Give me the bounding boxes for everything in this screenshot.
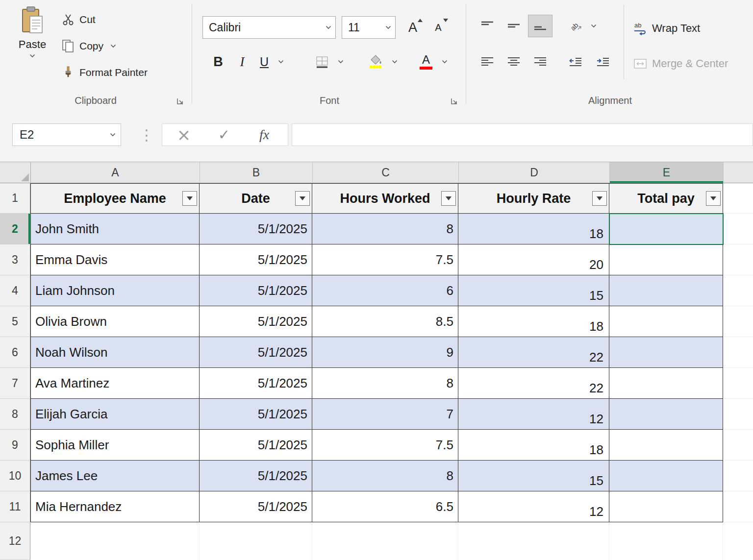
- row-header-4[interactable]: 4: [0, 275, 30, 306]
- cell-c3[interactable]: 7.5: [312, 244, 458, 275]
- align-center-button[interactable]: [502, 50, 526, 73]
- fill-color-dropdown[interactable]: [389, 50, 401, 73]
- decrease-indent-button[interactable]: [563, 50, 588, 73]
- cell-a2[interactable]: John Smith: [30, 214, 200, 244]
- cell-e4[interactable]: [609, 275, 723, 306]
- cell-d3[interactable]: 20: [458, 244, 609, 275]
- cell-e5[interactable]: [609, 306, 723, 337]
- row-header-6[interactable]: 6: [0, 337, 30, 368]
- row-header-10[interactable]: 10: [0, 461, 30, 491]
- font-color-button[interactable]: A: [415, 50, 437, 73]
- cell-b2[interactable]: 5/1/2025: [200, 214, 312, 244]
- cell-b3[interactable]: 5/1/2025: [200, 244, 312, 275]
- empty-cell[interactable]: [312, 522, 458, 560]
- align-right-button[interactable]: [528, 50, 552, 73]
- cell-b11[interactable]: 5/1/2025: [200, 491, 312, 522]
- enter-icon[interactable]: ✓: [214, 124, 234, 146]
- increase-indent-button[interactable]: [591, 50, 615, 73]
- wrap-text-button[interactable]: ab Wrap Text: [633, 19, 700, 38]
- cell-e9[interactable]: [609, 430, 723, 461]
- format-painter-button[interactable]: Format Painter: [62, 63, 148, 82]
- cell-b6[interactable]: 5/1/2025: [200, 337, 312, 368]
- paste-button[interactable]: Paste: [11, 6, 54, 87]
- font-color-dropdown[interactable]: [439, 50, 451, 73]
- row-header-12[interactable]: 12: [0, 522, 30, 560]
- align-left-button[interactable]: [475, 50, 500, 73]
- column-header-c[interactable]: C: [313, 162, 459, 183]
- cell-d9[interactable]: 18: [458, 430, 609, 461]
- cell-e2-selected[interactable]: [609, 214, 723, 244]
- cell-e3[interactable]: [609, 244, 723, 275]
- header-cell-hourly-rate[interactable]: Hourly Rate: [458, 183, 609, 214]
- borders-dropdown[interactable]: [335, 50, 347, 73]
- row-header-1[interactable]: 1: [0, 183, 30, 214]
- merge-center-button[interactable]: Merge & Center: [633, 54, 728, 73]
- column-header-b[interactable]: B: [200, 162, 313, 183]
- cell-b4[interactable]: 5/1/2025: [200, 275, 312, 306]
- cell-e8[interactable]: [609, 399, 723, 430]
- cell-c9[interactable]: 7.5: [312, 430, 458, 461]
- cell-e11[interactable]: [609, 491, 723, 522]
- cell-d4[interactable]: 15: [458, 275, 609, 306]
- header-cell-total-pay[interactable]: Total pay: [609, 183, 723, 214]
- cut-button[interactable]: Cut: [62, 10, 96, 29]
- cell-a6[interactable]: Noah Wilson: [30, 337, 200, 368]
- row-header-3[interactable]: 3: [0, 244, 30, 275]
- filter-button[interactable]: [592, 191, 607, 206]
- cell-a9[interactable]: Sophia Miller: [30, 430, 200, 461]
- font-name-combo[interactable]: Calibri: [202, 16, 336, 39]
- formula-input[interactable]: [292, 123, 753, 146]
- cell-d7[interactable]: 22: [458, 368, 609, 399]
- cell-b5[interactable]: 5/1/2025: [200, 306, 312, 337]
- row-header-2[interactable]: 2: [0, 214, 30, 244]
- insert-function-icon[interactable]: fx: [253, 124, 275, 146]
- column-header-a[interactable]: A: [31, 162, 200, 183]
- cell-c2[interactable]: 8: [312, 214, 458, 244]
- cell-b7[interactable]: 5/1/2025: [200, 368, 312, 399]
- filter-button[interactable]: [441, 191, 456, 206]
- align-bottom-button[interactable]: [528, 15, 552, 37]
- empty-cell[interactable]: [458, 522, 609, 560]
- cell-b9[interactable]: 5/1/2025: [200, 430, 312, 461]
- cell-a3[interactable]: Emma Davis: [30, 244, 200, 275]
- cell-d10[interactable]: 15: [458, 461, 609, 491]
- cell-a10[interactable]: James Lee: [30, 461, 200, 491]
- underline-dropdown[interactable]: [275, 50, 287, 73]
- cell-c10[interactable]: 8: [312, 461, 458, 491]
- row-header-5[interactable]: 5: [0, 306, 30, 337]
- orientation-dropdown[interactable]: [588, 15, 600, 37]
- cell-c6[interactable]: 9: [312, 337, 458, 368]
- cell-d2[interactable]: 18: [458, 214, 609, 244]
- select-all-corner[interactable]: [0, 162, 31, 183]
- filter-button[interactable]: [706, 191, 721, 206]
- cell-c4[interactable]: 6: [312, 275, 458, 306]
- cell-d11[interactable]: 12: [458, 491, 609, 522]
- cell-d5[interactable]: 18: [458, 306, 609, 337]
- font-dialog-launcher-icon[interactable]: [450, 97, 458, 105]
- row-header-7[interactable]: 7: [0, 368, 30, 399]
- fill-color-button[interactable]: [364, 50, 387, 73]
- column-header-d[interactable]: D: [459, 162, 610, 183]
- cell-e10[interactable]: [609, 461, 723, 491]
- orientation-button[interactable]: ab: [563, 15, 588, 37]
- cell-a11[interactable]: Mia Hernandez: [30, 491, 200, 522]
- cell-d6[interactable]: 22: [458, 337, 609, 368]
- row-header-8[interactable]: 8: [0, 399, 30, 430]
- increase-font-size-button[interactable]: A: [402, 16, 424, 39]
- row-header-11[interactable]: 11: [0, 491, 30, 522]
- row-header-9[interactable]: 9: [0, 430, 30, 461]
- cell-e7[interactable]: [609, 368, 723, 399]
- column-header-e[interactable]: E: [610, 162, 724, 183]
- formula-bar-gripper[interactable]: ⋮: [139, 125, 154, 145]
- cell-c7[interactable]: 8: [312, 368, 458, 399]
- italic-button[interactable]: I: [233, 50, 251, 73]
- borders-button[interactable]: [311, 50, 333, 73]
- cell-a4[interactable]: Liam Johnson: [30, 275, 200, 306]
- empty-cell[interactable]: [200, 522, 312, 560]
- cell-e6[interactable]: [609, 337, 723, 368]
- name-box[interactable]: E2: [12, 123, 121, 146]
- align-top-button[interactable]: [475, 15, 500, 37]
- empty-cell[interactable]: [30, 522, 200, 560]
- align-middle-button[interactable]: [502, 15, 526, 37]
- cell-c8[interactable]: 7: [312, 399, 458, 430]
